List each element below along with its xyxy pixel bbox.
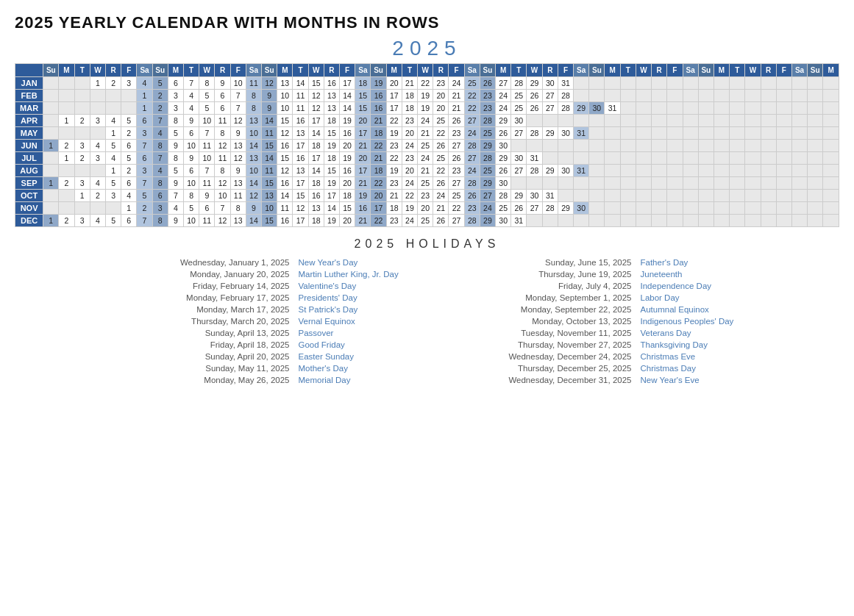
day-cell — [761, 127, 776, 140]
day-cell — [589, 190, 605, 202]
day-cell: 2 — [152, 90, 168, 102]
day-cell: 13 — [246, 115, 261, 127]
day-cell — [808, 177, 823, 190]
day-cell: 10 — [184, 215, 199, 227]
day-cell — [589, 202, 605, 215]
holiday-date: Thursday, June 19, 2025 — [499, 270, 632, 279]
day-cell — [636, 202, 651, 215]
holiday-name: Thanksgiving Day — [641, 340, 758, 349]
day-cell — [761, 115, 776, 127]
day-cell — [636, 140, 651, 152]
day-cell: 8 — [168, 115, 183, 127]
day-cell — [761, 177, 776, 190]
day-cell: 16 — [308, 190, 324, 202]
day-cell — [59, 165, 74, 177]
day-cell — [620, 115, 636, 127]
day-cell — [808, 202, 823, 215]
day-cell: 11 — [246, 77, 261, 90]
holiday-name: Christmas Day — [641, 364, 758, 373]
day-cell: 14 — [262, 152, 277, 165]
day-cell — [698, 152, 714, 165]
day-cell: 16 — [340, 165, 355, 177]
day-cell — [652, 177, 667, 190]
day-cell: 18 — [371, 127, 386, 140]
day-cell — [605, 177, 620, 190]
day-cell: 18 — [355, 77, 371, 90]
day-cell — [90, 127, 105, 140]
day-cell: 12 — [277, 127, 293, 140]
day-cell: 29 — [542, 165, 558, 177]
day-cell — [636, 77, 651, 90]
day-cell — [59, 77, 74, 90]
holidays-right-column: Sunday, June 15, 2025Father's DayThursda… — [438, 257, 758, 386]
holiday-name: New Year's Day — [299, 258, 416, 267]
day-cell — [59, 102, 74, 115]
day-cell: 26 — [433, 215, 449, 227]
day-cell — [667, 115, 683, 127]
day-cell — [823, 127, 839, 140]
day-cell: 31 — [527, 152, 542, 165]
day-cell — [667, 165, 683, 177]
day-cell — [714, 77, 729, 90]
day-cell — [761, 102, 776, 115]
day-cell — [730, 140, 745, 152]
day-cell — [558, 115, 573, 127]
day-cell: 6 — [215, 102, 230, 115]
day-cell: 12 — [230, 152, 246, 165]
day-cell — [776, 202, 791, 215]
day-cell: 30 — [574, 202, 589, 215]
day-cell: 30 — [589, 102, 605, 115]
holiday-row: Sunday, June 15, 2025Father's Day — [438, 257, 758, 268]
day-cell — [558, 140, 573, 152]
day-cell — [776, 77, 791, 90]
holiday-name: Labor Day — [641, 293, 758, 302]
day-cell: 18 — [308, 215, 324, 227]
day-cell — [636, 177, 651, 190]
day-cell: 11 — [262, 127, 277, 140]
day-cell: 28 — [464, 177, 480, 190]
day-cell: 15 — [293, 190, 308, 202]
day-cell — [652, 115, 667, 127]
day-cell: 16 — [277, 177, 293, 190]
day-cell: 10 — [184, 140, 199, 152]
day-cell: 26 — [511, 202, 527, 215]
holiday-date: Thursday, November 27, 2025 — [499, 340, 632, 349]
day-cell — [808, 140, 823, 152]
day-cell — [714, 115, 729, 127]
day-cell — [589, 90, 605, 102]
day-cell: 27 — [480, 190, 495, 202]
day-cell — [636, 152, 651, 165]
day-cell — [620, 190, 636, 202]
day-cell: 28 — [527, 127, 542, 140]
holiday-date: Thursday, March 20, 2025 — [157, 317, 290, 326]
day-cell — [698, 165, 714, 177]
day-cell: 18 — [308, 140, 324, 152]
day-cell: 19 — [418, 90, 433, 102]
day-cell — [589, 115, 605, 127]
day-cell: 26 — [449, 115, 464, 127]
day-cell: 1 — [105, 165, 121, 177]
day-cell — [667, 152, 683, 165]
day-cell: 4 — [90, 215, 105, 227]
day-cell: 20 — [433, 90, 449, 102]
day-cell: 22 — [386, 115, 402, 127]
day-cell: 24 — [449, 77, 464, 90]
day-cell: 25 — [418, 177, 433, 190]
day-cell: 16 — [293, 152, 308, 165]
holiday-row: Sunday, April 20, 2025Easter Sunday — [96, 351, 416, 362]
day-cell — [791, 165, 807, 177]
day-cell: 3 — [137, 165, 152, 177]
day-cell: 25 — [496, 202, 511, 215]
day-cell: 18 — [386, 202, 402, 215]
day-cell — [558, 215, 573, 227]
day-cell — [605, 152, 620, 165]
holiday-date: Wednesday, December 31, 2025 — [499, 376, 632, 384]
day-cell: 12 — [262, 77, 277, 90]
day-cell: 7 — [137, 140, 152, 152]
day-cell: 9 — [184, 152, 199, 165]
day-cell — [698, 115, 714, 127]
holiday-row: Monday, September 22, 2025Autumnal Equin… — [438, 304, 758, 315]
day-cell — [636, 90, 651, 102]
day-cell: 12 — [277, 165, 293, 177]
day-cell: 22 — [371, 215, 386, 227]
